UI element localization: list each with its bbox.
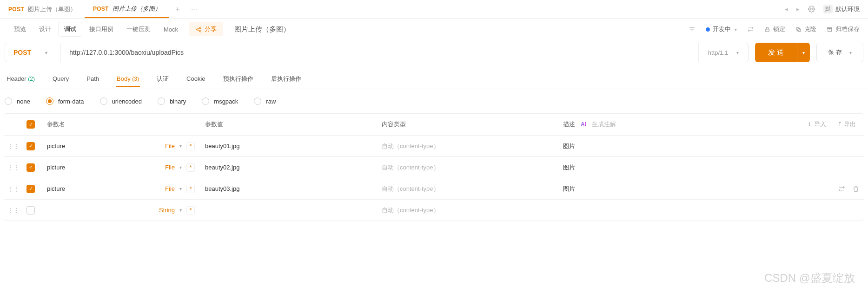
drag-handle-icon[interactable]: ⋮⋮ <box>4 164 23 171</box>
toolbar-loadtest[interactable]: 一键压测 <box>121 22 156 36</box>
transfer-icon[interactable] <box>747 26 754 32</box>
radio-none[interactable]: none <box>5 97 30 105</box>
tab-upload-multi[interactable]: POST 图片上传（多图） <box>85 0 169 18</box>
settings-icon[interactable] <box>808 6 815 13</box>
drag-handle-icon[interactable]: ⋮⋮ <box>4 185 23 192</box>
toolbar-mock[interactable]: Mock <box>158 23 184 36</box>
subtab-path[interactable]: Path <box>86 71 100 87</box>
clone-icon <box>795 26 802 32</box>
chevron-down-icon: ▾ <box>735 27 737 32</box>
type-selector[interactable]: String ▾ * <box>159 206 195 214</box>
param-value[interactable]: beauty01.jpg <box>201 143 378 149</box>
required-star-icon[interactable]: * <box>186 142 195 150</box>
radio-binary[interactable]: binary <box>158 97 186 105</box>
chevron-down-icon: ▾ <box>736 50 739 55</box>
archive-button[interactable]: 归档保存 <box>827 25 860 33</box>
type-selector[interactable]: File ▾ * <box>165 142 195 150</box>
tabs-nav: ◂ ▸ 默 默认环境 <box>785 5 868 13</box>
subtab-body[interactable]: Body (3) <box>116 71 140 87</box>
sync-icon[interactable] <box>838 185 845 192</box>
type-label: File <box>165 143 175 149</box>
tab-method: POST <box>93 6 109 12</box>
drag-handle-icon[interactable]: ⋮⋮ <box>4 143 23 149</box>
protocol-selector[interactable]: http/1.1 ▾ <box>698 43 748 62</box>
chevron-down-icon: ▾ <box>179 143 182 149</box>
url-input[interactable] <box>61 49 698 56</box>
view-toolbar: 预览 设计 调试 接口用例 一键压测 Mock 分享 图片上传（多图） 开发中 … <box>0 19 868 40</box>
params-table: ✓ 参数名 参数值 内容类型 描述 AI 生成注解 ⤓ 导入 ⤒ 导出 ⋮⋮ ✓… <box>4 113 864 221</box>
row-checkbox[interactable]: ✓ <box>27 206 35 214</box>
chevron-down-icon: ▾ <box>179 165 182 170</box>
required-star-icon[interactable]: * <box>186 163 195 172</box>
protocol-label: http/1.1 <box>708 49 728 56</box>
method-selector[interactable]: POST ▾ <box>5 43 61 62</box>
tab-more-button[interactable]: ⋯ <box>186 6 202 13</box>
subtab-auth[interactable]: 认证 <box>156 70 170 88</box>
param-desc[interactable]: 图片 <box>559 185 803 193</box>
environment-selector[interactable]: 默 默认环境 <box>823 5 860 13</box>
toolbar-design[interactable]: 设计 <box>33 22 57 36</box>
send-button[interactable]: 发 送 ▾ <box>755 43 810 62</box>
chevron-down-icon: ▾ <box>45 50 47 55</box>
svg-point-2 <box>197 28 198 30</box>
content-type-input[interactable]: 自动（content-type） <box>378 163 559 172</box>
ai-icon: AI <box>581 121 586 128</box>
param-name[interactable]: picture <box>47 185 65 192</box>
param-desc[interactable]: 图片 <box>559 163 803 172</box>
content-type-input[interactable]: 自动（content-type） <box>378 206 559 214</box>
tab-prev-icon[interactable]: ◂ <box>785 6 788 13</box>
gen-anno-button[interactable]: 生成注解 <box>592 120 616 129</box>
radio-urlencoded[interactable]: urlencoded <box>100 97 142 105</box>
tab-upload-single[interactable]: POST 图片上传（单图） <box>0 0 85 18</box>
request-subtabs: Header (2) Query Path Body (3) 认证 Cookie… <box>0 69 868 89</box>
type-selector[interactable]: File ▾ * <box>165 163 195 172</box>
subtab-pre[interactable]: 预执行操作 <box>222 70 254 88</box>
subtab-cookie[interactable]: Cookie <box>186 71 206 87</box>
content-type-input[interactable]: 自动（content-type） <box>378 142 559 150</box>
subtab-query[interactable]: Query <box>52 71 70 87</box>
chevron-down-icon: ▾ <box>179 208 182 213</box>
row-checkbox[interactable]: ✓ <box>27 142 35 150</box>
param-desc[interactable]: 图片 <box>559 142 803 150</box>
svg-point-0 <box>811 8 813 10</box>
subtab-header[interactable]: Header (2) <box>6 71 36 87</box>
share-button[interactable]: 分享 <box>189 22 223 36</box>
table-header-row: ✓ 参数名 参数值 内容类型 描述 AI 生成注解 ⤓ 导入 ⤒ 导出 <box>4 114 864 135</box>
col-name: 参数名 <box>43 120 201 129</box>
subtab-post[interactable]: 后执行操作 <box>270 70 302 88</box>
method-label: POST <box>13 49 31 56</box>
delete-icon[interactable] <box>853 185 859 192</box>
param-name[interactable]: picture <box>47 164 65 171</box>
save-button[interactable]: 保 存 ▾ <box>816 43 863 62</box>
status-dot-icon <box>706 27 710 32</box>
row-checkbox[interactable]: ✓ <box>27 185 35 193</box>
param-value[interactable]: beauty02.jpg <box>201 164 378 171</box>
row-checkbox[interactable]: ✓ <box>27 163 35 172</box>
required-star-icon[interactable]: * <box>186 185 195 193</box>
param-name[interactable]: picture <box>47 143 65 149</box>
type-selector[interactable]: File ▾ * <box>165 185 195 193</box>
tab-next-icon[interactable]: ▸ <box>796 6 800 13</box>
import-button[interactable]: ⤓ 导入 <box>807 120 826 129</box>
content-type-input[interactable]: 自动（content-type） <box>378 185 559 193</box>
toolbar-cases[interactable]: 接口用例 <box>84 22 119 36</box>
radio-msgpack[interactable]: msgpack <box>202 97 238 105</box>
lock-button[interactable]: 锁定 <box>764 25 785 33</box>
status-selector[interactable]: 开发中 ▾ <box>706 25 737 33</box>
lock-icon <box>764 26 770 32</box>
tab-add-button[interactable]: + <box>169 5 186 13</box>
radio-form-data[interactable]: form-data <box>46 97 84 105</box>
param-value[interactable]: beauty03.jpg <box>201 185 378 192</box>
required-star-icon[interactable]: * <box>186 206 195 214</box>
status-label: 开发中 <box>713 25 731 33</box>
filter-icon[interactable] <box>689 26 696 32</box>
lock-label: 锁定 <box>773 25 785 33</box>
send-dropdown[interactable]: ▾ <box>797 43 810 62</box>
clone-button[interactable]: 克隆 <box>795 25 816 33</box>
radio-raw[interactable]: raw <box>254 97 276 105</box>
select-all-checkbox[interactable]: ✓ <box>27 120 35 129</box>
drag-handle-icon[interactable]: ⋮⋮ <box>4 207 23 214</box>
toolbar-debug[interactable]: 调试 <box>59 22 82 36</box>
toolbar-preview[interactable]: 预览 <box>8 22 32 36</box>
export-button[interactable]: ⤒ 导出 <box>837 120 856 129</box>
